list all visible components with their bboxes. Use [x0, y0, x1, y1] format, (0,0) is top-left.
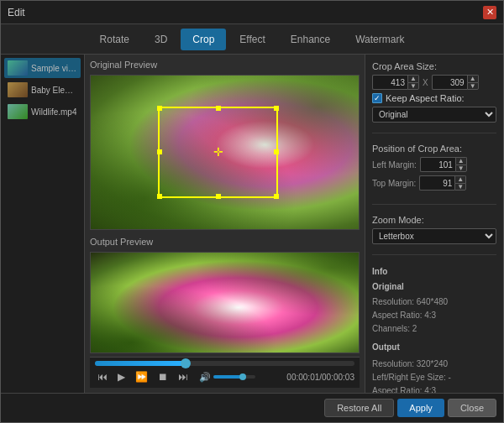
- divider-3: [372, 254, 496, 255]
- tab-enhance[interactable]: Enhance: [279, 29, 342, 50]
- file-item-2[interactable]: Wildlife.mp4: [4, 102, 81, 122]
- volume-bar[interactable]: [213, 375, 255, 379]
- info-out-resolution-label: Resolution:: [372, 359, 414, 368]
- keep-aspect-checkbox[interactable]: ✓: [372, 93, 382, 103]
- crop-box[interactable]: ✛: [158, 107, 279, 199]
- divider-1: [372, 133, 496, 133]
- width-spinner: 413 ▲ ▼: [372, 75, 419, 90]
- crop-handle-lm[interactable]: [157, 149, 162, 154]
- left-margin-input[interactable]: 101: [420, 157, 455, 172]
- skip-start-button[interactable]: ⏮: [95, 369, 110, 384]
- preview-area: Original Preview ✛: [85, 55, 503, 393]
- play-button[interactable]: ▶: [115, 369, 128, 384]
- crop-size-row: 413 ▲ ▼ X 309 ▲ ▼: [372, 75, 496, 90]
- file-thumb-2: [8, 104, 28, 119]
- volume-fill: [213, 375, 243, 379]
- top-margin-down-button[interactable]: ▼: [454, 183, 466, 191]
- top-margin-spin-buttons: ▲ ▼: [454, 175, 466, 191]
- height-spin-buttons: ▲ ▼: [467, 75, 479, 90]
- tab-effect[interactable]: Effect: [228, 29, 276, 50]
- left-margin-spinner: 101 ▲ ▼: [420, 157, 467, 172]
- left-margin-up-button[interactable]: ▲: [455, 157, 467, 164]
- left-margin-label: Left Margin:: [372, 160, 417, 170]
- volume-control: 🔊: [199, 372, 255, 383]
- crop-handle-br[interactable]: [274, 194, 279, 199]
- height-up-button[interactable]: ▲: [467, 75, 479, 82]
- window-title: Edit: [8, 7, 25, 18]
- file-name-0: Sample video....: [31, 64, 77, 73]
- info-out-resolution-row: Resolution: 320*240: [372, 358, 496, 371]
- skip-end-button[interactable]: ⏭: [176, 369, 191, 384]
- close-button[interactable]: Close: [448, 399, 496, 417]
- info-original-label: Original: [372, 280, 496, 294]
- info-output-label: Output: [372, 341, 496, 354]
- divider-2: [372, 204, 496, 205]
- top-margin-up-button[interactable]: ▲: [454, 175, 466, 183]
- info-section: Info Original Resolution: 640*480 Aspect…: [372, 265, 496, 393]
- file-item-1[interactable]: Baby Elephant...: [4, 80, 81, 100]
- crop-handle-bm[interactable]: [216, 194, 221, 199]
- time-current: 00:00:01: [286, 373, 319, 382]
- bottom-buttons: Restore All Apply Close: [1, 393, 503, 422]
- volume-icon: 🔊: [199, 372, 211, 383]
- file-thumb-1: [8, 82, 28, 97]
- file-list: Sample video.... Baby Elephant... Wildli…: [1, 55, 85, 393]
- output-preview: [90, 252, 360, 353]
- zoom-mode-title: Zoom Mode:: [372, 215, 496, 225]
- width-spin-buttons: ▲ ▼: [407, 75, 419, 90]
- top-margin-row: Top Margin: 91 ▲ ▼: [372, 175, 496, 191]
- crop-handle-rm[interactable]: [274, 149, 279, 154]
- height-down-button[interactable]: ▼: [467, 82, 479, 90]
- original-preview-label: Original Preview: [90, 60, 360, 70]
- crop-handle-tr[interactable]: [274, 106, 279, 111]
- volume-thumb[interactable]: [239, 373, 246, 380]
- tab-crop[interactable]: Crop: [181, 29, 226, 50]
- main-content: Sample video.... Baby Elephant... Wildli…: [1, 55, 503, 393]
- stop-button[interactable]: ⏹: [155, 369, 171, 384]
- tabs-bar: Rotate 3D Crop Effect Enhance Watermark: [1, 24, 503, 55]
- window-close-button[interactable]: ✕: [483, 6, 496, 19]
- progress-fill: [95, 361, 186, 366]
- apply-button[interactable]: Apply: [397, 399, 444, 417]
- restore-all-button[interactable]: Restore All: [324, 399, 394, 417]
- progress-thumb[interactable]: [181, 358, 191, 368]
- info-out-aspect-label: Aspect Ratio:: [372, 386, 422, 393]
- fast-forward-button[interactable]: ⏩: [133, 369, 150, 384]
- crop-handle-tm[interactable]: [216, 106, 221, 111]
- crop-size-section: Crop Area Size: 413 ▲ ▼ X 309: [372, 61, 496, 123]
- info-channels-value: 2: [412, 324, 417, 333]
- file-name-1: Baby Elephant...: [31, 86, 77, 95]
- height-spinner: 309 ▲ ▼: [432, 75, 479, 90]
- titlebar: Edit ✕: [1, 1, 503, 24]
- crop-width-input[interactable]: 413: [372, 75, 407, 90]
- time-total: 00:00:03: [322, 373, 354, 382]
- info-resolution-label: Resolution:: [372, 297, 414, 306]
- width-up-button[interactable]: ▲: [407, 75, 419, 82]
- info-out-aspect-row: Aspect Ratio: 4:3: [372, 384, 496, 393]
- info-out-lr-label: Left/Right Eye Size:: [372, 373, 446, 382]
- top-margin-label: Top Margin:: [372, 179, 416, 188]
- info-out-aspect-value: 4:3: [424, 386, 436, 393]
- crop-height-input[interactable]: 309: [432, 75, 467, 90]
- keep-aspect-row: ✓ Keep Aspect Ratio:: [372, 93, 496, 103]
- crop-handle-tl[interactable]: [157, 106, 162, 111]
- aspect-ratio-select[interactable]: Original: [372, 107, 496, 123]
- top-margin-input[interactable]: 91: [419, 175, 454, 191]
- x-separator: X: [423, 78, 428, 87]
- info-channels-label: Channels:: [372, 324, 410, 333]
- info-title: Info: [372, 265, 496, 279]
- keep-aspect-label: Keep Aspect Ratio:: [386, 93, 465, 103]
- tab-rotate[interactable]: Rotate: [88, 29, 141, 50]
- tab-3d[interactable]: 3D: [143, 29, 179, 50]
- crop-handle-bl[interactable]: [157, 194, 162, 199]
- file-item-0[interactable]: Sample video....: [4, 58, 81, 78]
- left-margin-down-button[interactable]: ▼: [455, 164, 467, 172]
- width-down-button[interactable]: ▼: [407, 82, 419, 90]
- tab-watermark[interactable]: Watermark: [344, 29, 416, 50]
- crop-position-title: Position of Crop Area:: [372, 144, 496, 154]
- output-preview-label: Output Preview: [90, 237, 360, 247]
- progress-bar[interactable]: [95, 361, 354, 366]
- zoom-mode-select[interactable]: Letterbox: [372, 228, 496, 244]
- file-thumb-0: [8, 60, 28, 76]
- controls-bar: ⏮ ▶ ⏩ ⏹ ⏭ 🔊 00:00:01: [90, 357, 360, 388]
